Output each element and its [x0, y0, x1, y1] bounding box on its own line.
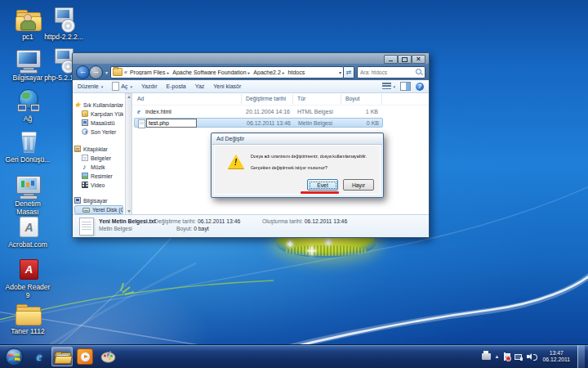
column-header-name[interactable]: Ad: [137, 96, 144, 101]
maximize-button[interactable]: [398, 55, 412, 64]
navigation-bar: ← → ▾ « Program Files Apache Software Fo…: [73, 64, 429, 80]
printer-icon[interactable]: [482, 353, 491, 360]
views-dropdown-icon[interactable]: ▾: [393, 84, 395, 89]
desktop-icon-recycle-bin[interactable]: Geri Dönüşü...: [5, 129, 51, 164]
sidebar-item-video[interactable]: Video: [74, 181, 123, 189]
wallpaper-sparkle: [326, 240, 331, 245]
computer-icon: [13, 47, 42, 74]
file-row-index-html[interactable]: e index.html 20.11.2004 14:16 HTML Belge…: [134, 107, 383, 117]
wallpaper-sparkle: [287, 241, 292, 246]
title-bar[interactable]: [73, 53, 429, 65]
desktop-icon-control-panel[interactable]: Denetim Masası: [5, 173, 51, 216]
windows-logo-icon: [5, 348, 24, 366]
dialog-body: Dosya adı uzantısını değiştirirseniz, do…: [214, 145, 381, 195]
volume-icon[interactable]: [527, 352, 535, 361]
breadcrumb-apache22[interactable]: Apache2.2: [252, 70, 287, 75]
breadcrumb-htdocs[interactable]: htdocs: [287, 70, 306, 75]
forward-button[interactable]: →: [89, 65, 103, 79]
downloads-icon: [82, 110, 88, 117]
taskbar-clock[interactable]: 13:47 06.12.2011: [539, 350, 573, 363]
sidebar-item-local-disk-c[interactable]: Yerel Disk (C:): [74, 205, 123, 214]
preview-pane-icon[interactable]: [400, 82, 411, 91]
rename-input[interactable]: [146, 119, 197, 128]
taskbar-windows-explorer[interactable]: [51, 347, 73, 366]
sidebar-item-pictures[interactable]: Resimler: [74, 172, 123, 180]
internet-explorer-icon: e: [37, 350, 42, 364]
text-file-icon: [138, 119, 145, 128]
start-button[interactable]: [5, 348, 24, 366]
taskbar-internet-explorer[interactable]: e: [29, 347, 50, 366]
music-note-icon: [82, 164, 88, 170]
file-size: 1 KB: [345, 109, 378, 114]
system-tray: ▲ 13:47 06.12.2011: [482, 345, 588, 368]
file-date: 06.12.2011 13:46: [247, 120, 291, 126]
print-button[interactable]: Yazdır: [141, 83, 158, 89]
search-box: [357, 66, 425, 79]
desktop: pc1 httpd-2.2.2... Bilgisayar php-5.2.17…: [0, 0, 588, 368]
clock-date: 06.12.2011: [542, 357, 570, 363]
action-center-flag-icon[interactable]: [503, 352, 510, 361]
file-row-test-php[interactable]: 06.12.2011 13:46 Metin Belgesi 0 KB: [134, 118, 383, 128]
column-header-type[interactable]: Tür: [297, 96, 305, 101]
dialog-title[interactable]: Ad Değiştir: [212, 134, 382, 145]
desktop-icon-adobe-reader[interactable]: A Adobe Reader 9: [5, 257, 51, 299]
sidebar-item-downloads[interactable]: Karşıdan Yüklem: [74, 110, 123, 118]
address-bar[interactable]: « Program Files Apache Software Foundati…: [110, 66, 344, 79]
yes-button[interactable]: Evet: [307, 179, 338, 191]
acrobat-icon: A: [13, 214, 42, 240]
email-button[interactable]: E-posta: [167, 83, 186, 89]
file-type: HTML Belgesi: [297, 109, 333, 114]
sidebar-item-desktop[interactable]: Masaüstü: [74, 119, 123, 127]
details-size: Boyut: 0 bayt: [176, 226, 209, 231]
search-input[interactable]: [358, 68, 416, 77]
desktop-icon-httpd-installer[interactable]: httpd-2.2.2...: [41, 7, 87, 42]
sidebar-scrollbar[interactable]: [125, 93, 132, 215]
sidebar-item-recent-places[interactable]: Son Yerler: [74, 128, 123, 136]
shared-folder-icon: [13, 7, 42, 33]
desktop-icon-network[interactable]: Ağ: [5, 88, 51, 123]
open-button[interactable]: Aç: [112, 82, 132, 91]
sidebar-item-music[interactable]: Müzik: [74, 163, 123, 171]
refresh-button[interactable]: ⇄: [344, 66, 354, 79]
clock-time: 13:47: [542, 350, 570, 357]
close-button[interactable]: [412, 55, 425, 64]
views-icon[interactable]: [382, 83, 391, 90]
taskbar-media-player[interactable]: [74, 347, 96, 366]
sidebar-item-favorites[interactable]: Sık Kullanılanlar: [74, 101, 123, 109]
minimize-button[interactable]: [384, 55, 398, 64]
desktop-icon-acrobat-com[interactable]: A Acrobat.com: [5, 214, 51, 249]
taskbar: e ▲ 13:47 06.12.2011: [0, 344, 588, 368]
breadcrumb-prefix: «: [124, 70, 127, 75]
folder-icon: [55, 351, 70, 362]
installer-icon: [49, 7, 78, 33]
history-dropdown-icon[interactable]: ▾: [105, 70, 108, 75]
desktop-icon-taner-folder[interactable]: Taner 1112: [5, 301, 51, 336]
media-player-icon: [77, 348, 93, 365]
computer-icon: [74, 197, 81, 204]
recycle-bin-icon: [13, 129, 42, 155]
taskbar-paint[interactable]: [97, 347, 118, 366]
breadcrumb-apache-software-foundation[interactable]: Apache Software Foundation: [172, 70, 252, 75]
breadcrumb: « Program Files Apache Software Foundati…: [124, 70, 337, 75]
network-status-icon[interactable]: [514, 353, 523, 361]
show-desktop-button[interactable]: [577, 345, 585, 368]
column-header-size[interactable]: Boyut: [345, 96, 359, 101]
back-button[interactable]: ←: [76, 65, 90, 79]
no-button[interactable]: Hayır: [343, 179, 374, 191]
show-hidden-icons-arrow[interactable]: ▲: [495, 354, 500, 359]
sidebar-item-computer[interactable]: Bilgisayar: [74, 196, 123, 204]
organize-button[interactable]: Düzenle: [78, 83, 103, 89]
address-dropdown-icon[interactable]: ▾: [339, 70, 341, 75]
command-toolbar: Düzenle Aç Yazdır E-posta Yaz Yeni klasö…: [73, 80, 429, 93]
breadcrumb-program-files[interactable]: Program Files: [129, 70, 172, 75]
column-header-date[interactable]: Değiştirme tarihi: [246, 96, 286, 101]
sidebar-item-libraries[interactable]: Kitaplıklar: [74, 145, 123, 153]
search-icon: [416, 69, 422, 75]
navigation-pane: Sık Kullanılanlar Karşıdan Yüklem Masaüs…: [73, 93, 125, 215]
burn-button[interactable]: Yaz: [195, 83, 205, 89]
help-icon[interactable]: ?: [416, 83, 424, 91]
dialog-message-line1: Dosya adı uzantısını değiştirirseniz, do…: [251, 154, 367, 159]
file-name: index.html: [145, 109, 172, 114]
new-folder-button[interactable]: Yeni klasör: [213, 83, 241, 89]
sidebar-item-documents[interactable]: Belgeler: [74, 154, 123, 162]
